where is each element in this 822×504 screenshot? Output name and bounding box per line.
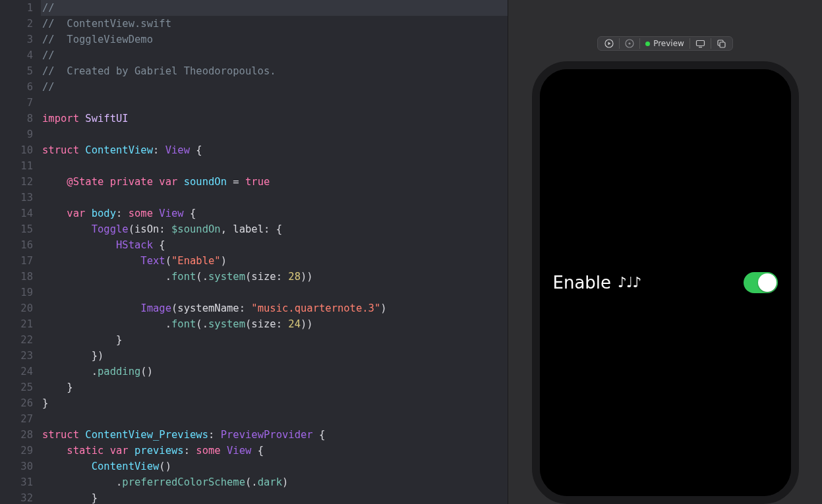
- preview-pane: Preview Enable ♪♩♪: [508, 0, 822, 504]
- code-line[interactable]: [42, 158, 508, 174]
- line-number: 3: [0, 32, 33, 47]
- code-line[interactable]: Image(systemName: "music.quarternote.3"): [42, 300, 508, 316]
- code-line[interactable]: .padding(): [42, 364, 508, 379]
- live-preview-play-button[interactable]: [601, 37, 618, 50]
- preview-toolbar: Preview: [597, 36, 733, 51]
- code-editor[interactable]: 1234567891011121314151617181920212223242…: [0, 0, 508, 504]
- line-number: 7: [0, 95, 33, 111]
- line-number: 31: [0, 474, 33, 490]
- code-line[interactable]: var body: some View {: [42, 206, 508, 221]
- svg-point-2: [629, 42, 631, 44]
- line-number: 11: [0, 158, 33, 174]
- code-line[interactable]: }: [42, 332, 508, 348]
- line-number: 12: [0, 174, 33, 190]
- preview-status[interactable]: Preview: [641, 37, 688, 50]
- code-line[interactable]: @State private var soundOn = true: [42, 174, 508, 190]
- code-line[interactable]: // Created by Gabriel Theodoropoulos.: [42, 63, 508, 79]
- svg-rect-4: [699, 47, 702, 47]
- code-area[interactable]: //// ContentView.swift// ToggleViewDemo/…: [41, 0, 508, 504]
- line-number: 14: [0, 206, 33, 221]
- sound-toggle-switch[interactable]: [744, 272, 778, 293]
- preview-status-label: Preview: [653, 39, 684, 48]
- code-line[interactable]: //: [42, 79, 508, 95]
- code-line[interactable]: //: [42, 0, 508, 16]
- code-line[interactable]: struct ContentView_Previews: PreviewProv…: [42, 427, 508, 443]
- toggle-label: Enable ♪♩♪: [553, 273, 641, 293]
- code-line[interactable]: Toggle(isOn: $soundOn, label: {: [42, 221, 508, 237]
- line-number: 16: [0, 237, 33, 253]
- code-line[interactable]: [42, 285, 508, 300]
- code-line[interactable]: }: [42, 379, 508, 395]
- code-line[interactable]: .preferredColorScheme(.dark): [42, 474, 508, 490]
- code-line[interactable]: .font(.system(size: 24)): [42, 316, 508, 332]
- line-number: 10: [0, 142, 33, 158]
- line-number: 24: [0, 364, 33, 379]
- line-number: 27: [0, 411, 33, 427]
- code-line[interactable]: import SwiftUI: [42, 111, 508, 126]
- toolbar-separator: [711, 38, 711, 49]
- line-number: 13: [0, 190, 33, 206]
- code-line[interactable]: // ContentView.swift: [42, 16, 508, 32]
- preview-pin-button[interactable]: [621, 37, 638, 50]
- line-number: 21: [0, 316, 33, 332]
- code-line[interactable]: HStack {: [42, 237, 508, 253]
- line-number: 4: [0, 47, 33, 63]
- line-number: 6: [0, 79, 33, 95]
- music-quarternote-icon: ♪♩♪: [618, 275, 641, 290]
- code-line[interactable]: [42, 126, 508, 142]
- device-settings-button[interactable]: [691, 37, 709, 50]
- code-line[interactable]: }: [42, 490, 508, 504]
- code-line[interactable]: ContentView(): [42, 459, 508, 474]
- code-line[interactable]: //: [42, 47, 508, 63]
- svg-rect-6: [720, 42, 725, 47]
- code-line[interactable]: Text("Enable"): [42, 253, 508, 269]
- line-number: 29: [0, 443, 33, 459]
- code-line[interactable]: .font(.system(size: 28)): [42, 269, 508, 285]
- toolbar-separator: [639, 38, 640, 49]
- code-line[interactable]: struct ContentView: View {: [42, 142, 508, 158]
- code-line[interactable]: [42, 411, 508, 427]
- line-number: 22: [0, 332, 33, 348]
- line-number: 30: [0, 459, 33, 474]
- line-number: 1: [0, 0, 33, 16]
- switch-knob: [758, 273, 777, 292]
- device-screen: Enable ♪♩♪: [540, 69, 791, 496]
- line-number: 26: [0, 395, 33, 411]
- line-number: 9: [0, 126, 33, 142]
- svg-rect-3: [696, 40, 704, 45]
- line-number: 5: [0, 63, 33, 79]
- line-number-gutter: 1234567891011121314151617181920212223242…: [0, 0, 41, 504]
- line-number: 32: [0, 490, 33, 504]
- line-number: 23: [0, 348, 33, 364]
- line-number: 20: [0, 300, 33, 316]
- code-line[interactable]: [42, 190, 508, 206]
- line-number: 25: [0, 379, 33, 395]
- line-number: 2: [0, 16, 33, 32]
- toggle-row: Enable ♪♩♪: [553, 272, 778, 293]
- line-number: 18: [0, 269, 33, 285]
- toolbar-separator: [690, 38, 690, 49]
- preview-status-dot-icon: [645, 42, 650, 46]
- device-frame: Enable ♪♩♪: [532, 61, 799, 504]
- code-line[interactable]: [42, 95, 508, 111]
- line-number: 15: [0, 221, 33, 237]
- line-number: 17: [0, 253, 33, 269]
- line-number: 19: [0, 285, 33, 300]
- line-number: 28: [0, 427, 33, 443]
- duplicate-preview-button[interactable]: [713, 37, 730, 50]
- code-line[interactable]: }): [42, 348, 508, 364]
- code-line[interactable]: // ToggleViewDemo: [42, 32, 508, 47]
- toolbar-separator: [619, 38, 620, 49]
- line-number: 8: [0, 111, 33, 126]
- toggle-text: Enable: [553, 273, 612, 293]
- code-line[interactable]: }: [42, 395, 508, 411]
- code-line[interactable]: static var previews: some View {: [42, 443, 508, 459]
